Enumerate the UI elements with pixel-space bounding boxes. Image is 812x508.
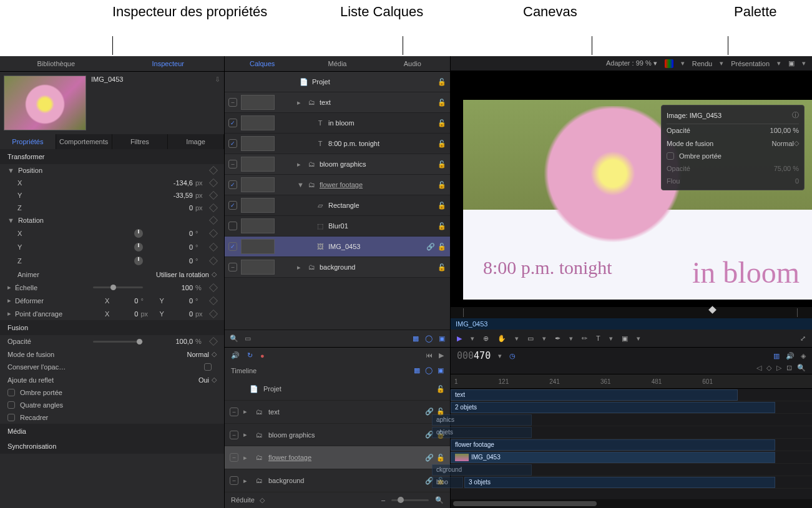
- tl-group-bg[interactable]: background: [268, 477, 305, 484]
- select-tool-icon[interactable]: ▶: [457, 335, 462, 343]
- disclosure-icon[interactable]: ▼: [7, 217, 14, 224]
- keyframe-icon[interactable]: [209, 203, 218, 212]
- lock-icon[interactable]: 🔓: [438, 263, 446, 271]
- tl-project[interactable]: Projet: [263, 385, 281, 393]
- disclosure-icon[interactable]: ▸: [243, 477, 250, 485]
- view-menu[interactable]: Présentation: [731, 60, 770, 67]
- layer-name[interactable]: flower footage: [320, 181, 434, 188]
- value-rot-y[interactable]: 0: [149, 243, 193, 251]
- tl-kf-icon[interactable]: ◈: [801, 352, 806, 360]
- keyframe-icon[interactable]: [209, 178, 218, 187]
- value-reflection[interactable]: Oui: [198, 376, 209, 384]
- timeline-size-label[interactable]: Réduite: [231, 496, 255, 504]
- crop-checkbox[interactable]: [7, 414, 15, 421]
- disclosure-icon[interactable]: ▼: [7, 167, 14, 174]
- play-icon[interactable]: ▶: [439, 351, 444, 359]
- layer-checkbox[interactable]: ✓: [228, 180, 237, 189]
- tab-library[interactable]: Bibliothèque: [0, 56, 112, 71]
- keyframe-icon[interactable]: [209, 166, 218, 175]
- keyframe-icon[interactable]: [209, 256, 218, 265]
- filter-icon-footer[interactable]: ▣: [439, 335, 445, 343]
- value-anchor-y[interactable]: 0: [168, 310, 193, 318]
- behavior-tl-icon[interactable]: ◯: [425, 366, 433, 374]
- zoom-in-icon[interactable]: 🔍: [435, 496, 444, 504]
- layer-checkbox[interactable]: –: [230, 431, 238, 439]
- value-pos-y[interactable]: -33,59: [149, 192, 193, 199]
- clip-bg-sub[interactable]: 3 objets: [464, 477, 775, 488]
- layer-row[interactable]: 📄Projet🔓: [225, 72, 450, 92]
- link-icon[interactable]: 🔗: [425, 454, 434, 462]
- layer-name[interactable]: background: [320, 263, 434, 271]
- layer-checkbox[interactable]: –: [230, 408, 238, 416]
- value-shear-x[interactable]: 0: [113, 297, 138, 305]
- mini-timeline-ruler[interactable]: [451, 307, 812, 318]
- hud-panel[interactable]: Image: IMG_0453ⓘ Opacité100,00 % Mode de…: [661, 105, 805, 190]
- layer-row[interactable]: ✓Tin bloom🔓: [225, 113, 450, 134]
- keyframe-icon[interactable]: [209, 337, 218, 346]
- fourcorner-checkbox[interactable]: [7, 401, 15, 409]
- lock-icon[interactable]: 🔓: [438, 140, 446, 148]
- disclosure-icon[interactable]: ▸: [7, 296, 11, 305]
- subtab-behaviors[interactable]: Comportements: [56, 134, 112, 149]
- mask-tool-icon[interactable]: ▣: [622, 335, 628, 343]
- clip-bg[interactable]: ckground: [432, 464, 532, 476]
- kf-zoom-icon[interactable]: 🔍: [797, 364, 806, 374]
- zoom-slider[interactable]: [391, 499, 429, 501]
- subtab-properties[interactable]: Propriétés: [0, 134, 56, 149]
- layer-row[interactable]: ⬚Blur01🔓: [225, 216, 450, 237]
- keyframe-icon[interactable]: [209, 191, 218, 200]
- tl-group-bloom[interactable]: bloom graphics: [268, 431, 315, 439]
- layer-row[interactable]: –▸🗂background🔓: [225, 257, 450, 278]
- subtab-image[interactable]: Image: [168, 134, 224, 149]
- layer-name[interactable]: text: [320, 99, 434, 106]
- value-rot-x[interactable]: 0: [149, 230, 193, 237]
- layer-checkbox[interactable]: ✓: [228, 201, 237, 210]
- clip-text[interactable]: text: [451, 389, 738, 401]
- dial-icon[interactable]: [134, 243, 143, 252]
- layer-row[interactable]: –▸🗂bloom graphics🔓: [225, 154, 450, 175]
- disclosure-icon[interactable]: ▸: [7, 283, 11, 291]
- layer-row[interactable]: ✓T8:00 p.m. tonight🔓: [225, 134, 450, 154]
- expand-icon[interactable]: ⤢: [800, 335, 806, 343]
- playhead-icon[interactable]: [708, 306, 717, 314]
- value-pos-x[interactable]: -134,6: [149, 179, 193, 187]
- disclosure-icon[interactable]: ▸: [243, 454, 250, 462]
- lock-icon[interactable]: 🔓: [438, 160, 446, 169]
- lock-icon[interactable]: 🔓: [436, 454, 445, 462]
- subtab-filters[interactable]: Filtres: [112, 134, 169, 149]
- layer-name[interactable]: in bloom: [328, 119, 434, 127]
- value-opacity[interactable]: 100,0: [149, 338, 193, 345]
- lock-icon[interactable]: 🔓: [438, 202, 446, 210]
- dropshadow-checkbox[interactable]: [7, 389, 15, 396]
- pan-tool-icon[interactable]: ✋: [497, 335, 506, 343]
- clip-bloom[interactable]: aphics: [432, 414, 532, 426]
- anchor-tool-icon[interactable]: ⊕: [483, 335, 489, 343]
- value-anchor-x[interactable]: 0: [113, 310, 138, 318]
- bezier-tool-icon[interactable]: ✏: [582, 335, 587, 343]
- value-rot-z[interactable]: 0: [149, 257, 193, 265]
- zoom-out-icon[interactable]: –: [381, 496, 385, 504]
- info-icon[interactable]: ⓘ: [792, 110, 799, 120]
- lock-icon[interactable]: 🔓: [438, 222, 446, 230]
- tab-audio[interactable]: Audio: [375, 56, 450, 71]
- disclosure-icon[interactable]: ▸: [297, 99, 303, 107]
- keyframe-icon[interactable]: [209, 309, 218, 318]
- layer-name[interactable]: 8:00 p.m. tonight: [328, 140, 434, 147]
- mini-timeline-clip[interactable]: IMG_0453: [451, 318, 812, 330]
- mask-icon[interactable]: ▩: [413, 335, 419, 343]
- value-pos-z[interactable]: 0: [149, 204, 193, 212]
- value-animate[interactable]: Utiliser la rotation: [156, 271, 209, 278]
- keyframe-icon[interactable]: [209, 283, 218, 291]
- layer-checkbox[interactable]: –: [228, 263, 237, 271]
- opacity-slider[interactable]: [93, 341, 143, 343]
- lock-icon[interactable]: 🔓: [438, 119, 446, 127]
- kf-prev-icon[interactable]: ◁: [756, 364, 761, 374]
- layer-row[interactable]: ✓🖼IMG_0453🔗🔓: [225, 237, 450, 257]
- layer-checkbox[interactable]: ✓: [228, 119, 237, 127]
- layer-checkbox[interactable]: –: [230, 476, 238, 485]
- record-icon[interactable]: ●: [260, 352, 265, 359]
- hud-shadow-checkbox[interactable]: [667, 152, 674, 160]
- value-scale[interactable]: 100: [149, 284, 193, 291]
- tab-media[interactable]: Média: [300, 56, 374, 71]
- clip-flower[interactable]: flower footage: [451, 439, 775, 451]
